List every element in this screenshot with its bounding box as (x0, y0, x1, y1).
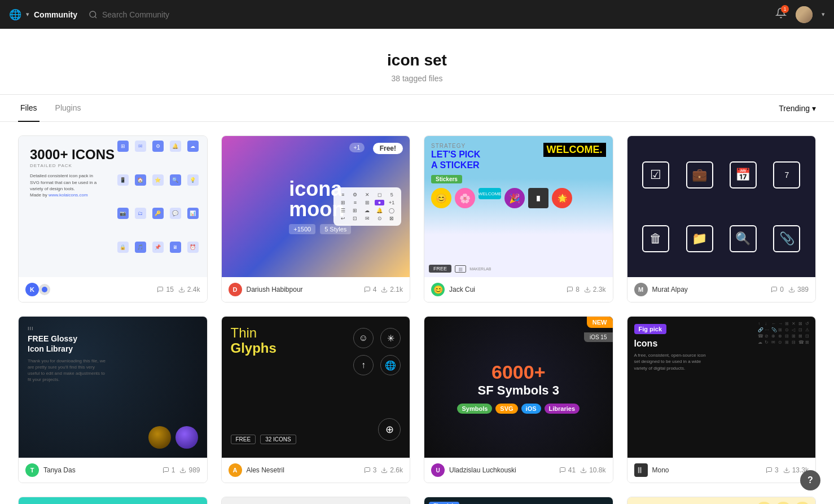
icon-calendar: 📅 (730, 161, 757, 189)
avatar-inner (796, 6, 813, 23)
card-comments-mono: 3 (766, 466, 779, 474)
card-footer-dark: M Murat Alpay 0 389 (627, 277, 816, 302)
author-name-ulad: Uladzislau Luchkouski (449, 466, 555, 474)
author-name-ales: Ales Nesetril (247, 466, 359, 474)
card-sf-symbols[interactable]: NEW iOS 15 6000+ SF Symbols 3 Symbols SV… (424, 316, 613, 483)
ios15-badge: iOS 15 (584, 332, 613, 342)
card-thumb-sf: NEW iOS 15 6000+ SF Symbols 3 Symbols SV… (424, 317, 613, 458)
glossy-orbs (148, 426, 198, 449)
tab-files[interactable]: Files (18, 95, 39, 122)
card-thumb-mono: Fig pick Icons A free, consistent, open-… (627, 317, 816, 458)
sf-tags: Symbols SVG iOS Libraries (457, 404, 580, 414)
glyph-circle-bottom: ⊕ (378, 418, 401, 441)
icon-calendar-7: 7 (773, 161, 800, 189)
new-badge: NEW (587, 317, 613, 328)
glossy-title: FREE GlossyIcon Library (28, 334, 198, 354)
help-button[interactable]: ? (800, 470, 820, 490)
card-downloads-dark: 389 (788, 286, 809, 293)
icon-paperclip: 📎 (773, 225, 800, 252)
card-downloads-glossy: 989 (179, 466, 200, 474)
author-name-dariush: Dariush Habibpour (247, 286, 359, 293)
svg-rect-9 (638, 467, 639, 474)
notification-button[interactable]: 1 (775, 7, 787, 21)
card-footer-mono: Mono 3 13.3k (627, 458, 816, 483)
author-avatar-mono (634, 463, 648, 477)
card-glossy[interactable]: III FREE GlossyIcon Library Thank you fo… (18, 316, 208, 483)
search-icon (89, 10, 98, 19)
svg-point-1 (42, 287, 47, 292)
glyph-icons-right: ☺ ✳ ↑ 🌐 (353, 328, 401, 375)
card-thumb-glossy: III FREE GlossyIcon Library Thank you fo… (19, 317, 207, 458)
card-comments-iconamoon: 4 (364, 286, 377, 293)
author-avatar-ulad: U (431, 463, 445, 477)
icon-checkbox: ☑ (642, 161, 669, 189)
card-comments-sf: 41 (559, 466, 576, 474)
card-thumb-iconamoon: Free! +1 iconamoon +1500 5 Styles ≡⚙✕◻5 … (222, 136, 410, 277)
card1-icons-decoration: ⊞✉⚙🔔☁ 📱🏠⭐🔍💡 📷🗂🔑💬📊 🔒🎵📌🖥⏰ (113, 136, 207, 277)
card-bell-heart[interactable]: 🔔 ♡ ? (18, 497, 208, 504)
card-downloads-stickers: 2.3k (584, 286, 606, 293)
tab-plugins[interactable]: Plugins (53, 95, 84, 122)
card-iconamoon[interactable]: Free! +1 iconamoon +1500 5 Styles ≡⚙✕◻5 … (221, 135, 411, 303)
card-thumb-chunk: Fig pick CHUNK ⏰✕🔇@🔔🔊 ⊞⭐📷⊕☁⬆ 🏠⊡⊙👁⊘💡 (424, 497, 613, 504)
card-mono[interactable]: Fig pick Icons A free, consistent, open-… (627, 316, 817, 483)
chunk-figpick: Fig pick (429, 502, 459, 504)
page-title: icon set (0, 51, 834, 69)
author-name-tanya: Tanya Das (43, 466, 158, 474)
card-thumb-stickers: STRATEGY LET'S PICKA STICKER WELCOME. St… (424, 136, 613, 277)
card-downloads-3000: 2.4k (178, 286, 200, 293)
card-thumb-50: 50 ⊞→◻⊟| ⊕⊘⊗⊡⊠ ☁🔔⚙✉⊞ ↩⊞⊟⊞⊠ (222, 497, 410, 504)
figpick-badge: Fig pick (634, 324, 667, 334)
card-thin-glyphs[interactable]: ThinGlyphs FREE 32 ICONS ☺ ✳ ↑ 🌐 ⊕ (221, 316, 411, 483)
card-animal-icons[interactable]: + Free vector icons 50 FREEAnimal Icons … (627, 497, 817, 504)
card-thumb-animal: + Free vector icons 50 FREEAnimal Icons … (627, 497, 816, 504)
icon-folder: 📁 (686, 225, 713, 252)
card-footer-stickers: 😊 Jack Cui 8 2.3k (424, 277, 613, 302)
search-input[interactable] (102, 10, 192, 19)
user-dropdown-arrow[interactable]: ▾ (822, 11, 825, 18)
card-3000-icons[interactable]: 3000+ ICONS DETAILED PACK Detailed consi… (18, 135, 208, 303)
tabs-bar: Files Plugins Trending ▾ (0, 95, 834, 122)
card-thumb-dark: ☑ 💼 📅 7 🗑 📁 🔍 📎 (627, 136, 816, 277)
svg-rect-10 (640, 467, 641, 474)
header-left: 🌐 ▾ Community (9, 8, 77, 21)
card-thumb-bell-heart: 🔔 ♡ (19, 497, 207, 504)
globe-icon[interactable]: 🌐 (9, 8, 21, 21)
sf-title: SF Symbols 3 (478, 383, 559, 398)
card-downloads-glyphs: 2.6k (381, 466, 403, 474)
header-right: 1 ▾ (775, 6, 825, 23)
card-footer-3000: K 15 2.4k (19, 277, 207, 302)
card-footer-glyphs: A Ales Nesetril 3 2.6k (222, 458, 410, 483)
header: 🌐 ▾ Community 1 ▾ (0, 0, 834, 29)
sort-dropdown[interactable]: Trending ▾ (779, 104, 816, 113)
card-chunk[interactable]: Fig pick CHUNK ⏰✕🔇@🔔🔊 ⊞⭐📷⊕☁⬆ 🏠⊡⊙👁⊘💡 ? (424, 497, 613, 504)
glyphs-badges: FREE 32 ICONS (231, 435, 401, 449)
community-nav-label: Community (34, 10, 77, 19)
card1-text: 3000+ ICONS DETAILED PACK Detailed consi… (30, 147, 115, 198)
card-downloads-iconamoon: 2.1k (381, 286, 403, 293)
card-comments-glyphs: 3 (364, 466, 377, 474)
author-avatar-dariush: D (229, 283, 242, 296)
header-globe-dropdown[interactable]: ▾ (26, 11, 29, 18)
page-hero: icon set 38 tagged files (0, 29, 834, 95)
glossy-desc: Thank you for downloading this file, we … (28, 358, 107, 383)
user-avatar[interactable] (796, 6, 813, 23)
card-comments-3000: 15 (157, 286, 173, 293)
card-downloads-sf: 10.8k (580, 466, 605, 474)
card-stickers[interactable]: STRATEGY LET'S PICKA STICKER WELCOME. St… (424, 135, 613, 303)
mono-desc: A free, consistent, open-source icon set… (634, 352, 713, 371)
card-footer-sf: U Uladzislau Luchkouski 41 10.8k (424, 458, 613, 483)
card-comments-stickers: 8 (567, 286, 580, 293)
card-50-icons[interactable]: 50 ⊞→◻⊟| ⊕⊘⊗⊡⊠ ☁🔔⚙✉⊞ ↩⊞⊟⊞⊠ ? (221, 497, 411, 504)
card-thumb-glyphs: ThinGlyphs FREE 32 ICONS ☺ ✳ ↑ 🌐 ⊕ (222, 317, 410, 458)
card-comments-glossy: 1 (163, 466, 175, 474)
author-name-jack: Jack Cui (449, 286, 562, 293)
author-avatar-tanya: T (25, 463, 39, 477)
sf-count: 6000+ (491, 361, 546, 383)
phone-mockup: ≡⚙✕◻5 ⊞≡⊞●+1 ☰⊞☁🔔◯ ↩⊡✉⊙⊠ (325, 136, 410, 277)
author-name-murat: Murat Alpay (652, 286, 767, 293)
card-dark-icons[interactable]: ☑ 💼 📅 7 🗑 📁 🔍 📎 M Murat Alpay 0 389 (627, 135, 817, 303)
notification-badge: 1 (781, 5, 789, 13)
search-bar[interactable] (89, 10, 192, 19)
animal-icons-grid: 🐱 🐶 🐸 🐹 🦊 🐼 (756, 502, 811, 504)
